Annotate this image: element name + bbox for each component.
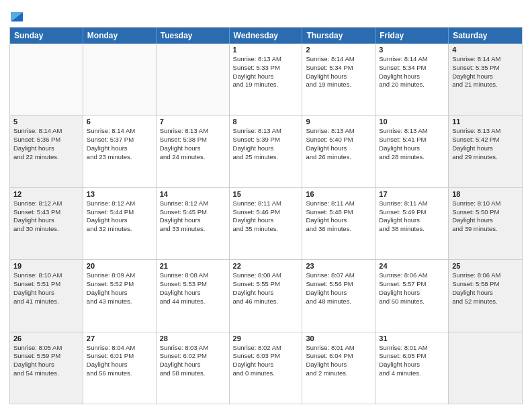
- sunrise-line: Sunrise: 8:14 AM: [306, 55, 371, 64]
- day-number: 27: [87, 334, 152, 342]
- day-number: 21: [160, 262, 226, 270]
- daylight-label: Daylight hours: [87, 361, 152, 369]
- calendar-cell: 26Sunrise: 8:05 AMSunset: 5:59 PMDayligh…: [10, 332, 83, 404]
- calendar-cell: 8Sunrise: 8:13 AMSunset: 5:39 PMDaylight…: [230, 116, 303, 187]
- logo: [9, 7, 23, 23]
- daylight-value: and 35 minutes.: [233, 225, 299, 234]
- sunset-line: Sunset: 5:58 PM: [452, 280, 519, 289]
- daylight-label: Daylight hours: [306, 144, 371, 153]
- header: [9, 7, 523, 23]
- daylight-label: Daylight hours: [233, 144, 299, 153]
- calendar-cell: 27Sunrise: 8:04 AMSunset: 6:01 PMDayligh…: [83, 332, 157, 404]
- daylight-label: Daylight hours: [13, 216, 79, 225]
- daylight-value: and 29 minutes.: [452, 153, 519, 162]
- day-number: 6: [87, 118, 152, 126]
- daylight-value: and 48 minutes.: [306, 298, 371, 306]
- daylight-label: Daylight hours: [452, 73, 519, 81]
- sunrise-line: Sunrise: 8:08 AM: [160, 271, 226, 280]
- sunrise-line: Sunrise: 8:13 AM: [160, 127, 226, 136]
- sunrise-line: Sunrise: 8:02 AM: [233, 344, 299, 353]
- logo-icon: [11, 7, 23, 21]
- weekday-header: Sunday: [10, 28, 83, 44]
- sunrise-line: Sunrise: 8:12 AM: [87, 199, 152, 208]
- day-number: 29: [233, 334, 299, 342]
- day-number: 18: [452, 190, 519, 198]
- calendar-cell: 6Sunrise: 8:14 AMSunset: 5:37 PMDaylight…: [83, 116, 157, 187]
- day-number: 9: [306, 118, 371, 126]
- weekday-header: Wednesday: [230, 28, 303, 44]
- daylight-value: and 52 minutes.: [452, 298, 519, 306]
- daylight-value: and 25 minutes.: [233, 153, 299, 162]
- sunrise-line: Sunrise: 8:14 AM: [452, 55, 519, 64]
- day-number: 23: [306, 262, 371, 270]
- day-number: 5: [13, 118, 79, 126]
- daylight-value: and 0 minutes.: [233, 369, 299, 378]
- daylight-label: Daylight hours: [379, 73, 445, 81]
- daylight-value: and 46 minutes.: [233, 298, 299, 306]
- sunset-line: Sunset: 5:42 PM: [452, 136, 519, 144]
- sunset-line: Sunset: 5:43 PM: [13, 208, 79, 217]
- calendar-body: 1Sunrise: 8:13 AMSunset: 5:33 PMDaylight…: [10, 44, 522, 404]
- calendar-cell: 30Sunrise: 8:01 AMSunset: 6:04 PMDayligh…: [302, 332, 375, 404]
- sunset-line: Sunset: 5:50 PM: [452, 208, 519, 217]
- calendar-header: SundayMondayTuesdayWednesdayThursdayFrid…: [10, 28, 522, 44]
- daylight-label: Daylight hours: [13, 144, 79, 153]
- sunrise-line: Sunrise: 8:12 AM: [13, 199, 79, 208]
- calendar-cell: 24Sunrise: 8:06 AMSunset: 5:57 PMDayligh…: [375, 260, 449, 331]
- sunset-line: Sunset: 5:34 PM: [306, 64, 371, 73]
- sunrise-line: Sunrise: 8:11 AM: [233, 199, 299, 208]
- sunset-line: Sunset: 5:40 PM: [306, 136, 371, 144]
- daylight-value: and 32 minutes.: [87, 225, 152, 234]
- daylight-label: Daylight hours: [306, 289, 371, 298]
- day-number: 25: [452, 262, 519, 270]
- day-number: 28: [160, 334, 226, 342]
- calendar-cell: 11Sunrise: 8:13 AMSunset: 5:42 PMDayligh…: [449, 116, 522, 187]
- day-number: 10: [379, 118, 445, 126]
- daylight-label: Daylight hours: [233, 289, 299, 298]
- calendar-cell: 25Sunrise: 8:06 AMSunset: 5:58 PMDayligh…: [449, 260, 522, 331]
- daylight-label: Daylight hours: [13, 289, 79, 298]
- daylight-value: and 4 minutes.: [379, 369, 445, 378]
- calendar-cell: 1Sunrise: 8:13 AMSunset: 5:33 PMDaylight…: [230, 44, 303, 115]
- calendar-cell: 5Sunrise: 8:14 AMSunset: 5:36 PMDaylight…: [10, 116, 83, 187]
- calendar-cell: 13Sunrise: 8:12 AMSunset: 5:44 PMDayligh…: [83, 188, 157, 259]
- daylight-value: and 43 minutes.: [87, 298, 152, 306]
- day-number: 7: [160, 118, 226, 126]
- sunrise-line: Sunrise: 8:04 AM: [87, 344, 152, 353]
- weekday-header: Tuesday: [157, 28, 230, 44]
- sunset-line: Sunset: 5:36 PM: [13, 136, 79, 144]
- calendar-cell: 4Sunrise: 8:14 AMSunset: 5:35 PMDaylight…: [449, 44, 522, 115]
- sunrise-line: Sunrise: 8:10 AM: [452, 199, 519, 208]
- sunset-line: Sunset: 6:01 PM: [87, 352, 152, 361]
- daylight-value: and 19 minutes.: [233, 81, 299, 89]
- daylight-label: Daylight hours: [306, 361, 371, 369]
- calendar-cell: 17Sunrise: 8:11 AMSunset: 5:49 PMDayligh…: [375, 188, 449, 259]
- daylight-value: and 50 minutes.: [379, 298, 445, 306]
- daylight-value: and 26 minutes.: [306, 153, 371, 162]
- daylight-value: and 22 minutes.: [13, 153, 79, 162]
- calendar-cell: 10Sunrise: 8:13 AMSunset: 5:41 PMDayligh…: [375, 116, 449, 187]
- weekday-header: Saturday: [449, 28, 522, 44]
- daylight-label: Daylight hours: [87, 144, 152, 153]
- sunset-line: Sunset: 5:56 PM: [306, 280, 371, 289]
- daylight-value: and 20 minutes.: [379, 81, 445, 89]
- sunrise-line: Sunrise: 8:13 AM: [452, 127, 519, 136]
- calendar-cell: 7Sunrise: 8:13 AMSunset: 5:38 PMDaylight…: [157, 116, 230, 187]
- weekday-header: Friday: [375, 28, 449, 44]
- calendar-cell: [10, 44, 83, 115]
- daylight-label: Daylight hours: [306, 216, 371, 225]
- daylight-label: Daylight hours: [13, 361, 79, 369]
- sunset-line: Sunset: 5:37 PM: [87, 136, 152, 144]
- calendar-cell: [83, 44, 157, 115]
- daylight-value: and 36 minutes.: [306, 225, 371, 234]
- sunset-line: Sunset: 5:53 PM: [160, 280, 226, 289]
- sunset-line: Sunset: 5:45 PM: [160, 208, 226, 217]
- daylight-value: and 30 minutes.: [13, 225, 79, 234]
- calendar-row: 5Sunrise: 8:14 AMSunset: 5:36 PMDaylight…: [10, 116, 522, 187]
- calendar-cell: 29Sunrise: 8:02 AMSunset: 6:03 PMDayligh…: [230, 332, 303, 404]
- calendar-cell: 2Sunrise: 8:14 AMSunset: 5:34 PMDaylight…: [302, 44, 375, 115]
- sunset-line: Sunset: 5:55 PM: [233, 280, 299, 289]
- daylight-value: and 33 minutes.: [160, 225, 226, 234]
- day-number: 4: [452, 46, 519, 54]
- calendar-row: 1Sunrise: 8:13 AMSunset: 5:33 PMDaylight…: [10, 44, 522, 116]
